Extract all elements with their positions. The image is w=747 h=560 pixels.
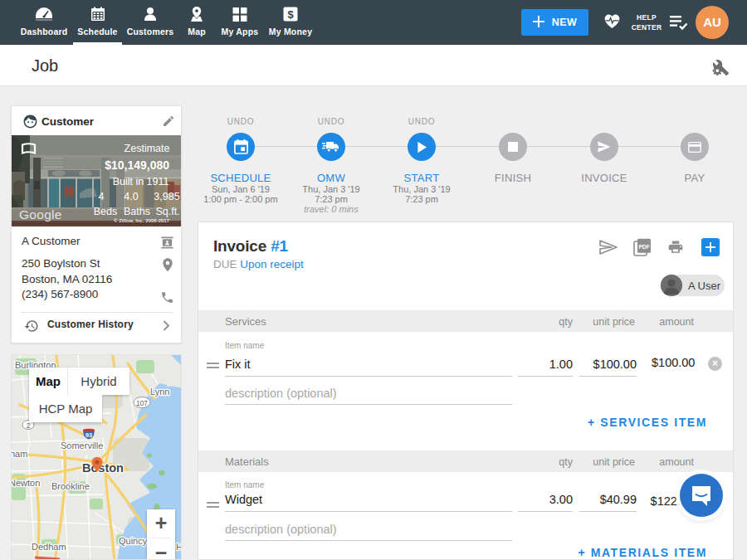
- svg-text:Hi: Hi: [176, 542, 182, 552]
- svg-text:107: 107: [136, 399, 148, 407]
- svg-text:93: 93: [85, 431, 92, 439]
- svg-text:Somerville: Somerville: [61, 441, 103, 450]
- svg-text:Brookline: Brookline: [51, 481, 90, 491]
- svg-text:Boston: Boston: [82, 461, 124, 475]
- svg-text:$: $: [287, 8, 294, 21]
- svg-text:PDF: PDF: [638, 244, 649, 250]
- svg-text:Dedham: Dedham: [32, 542, 66, 552]
- svg-text:ham: ham: [12, 449, 27, 459]
- svg-text:Lynn: Lynn: [150, 387, 169, 397]
- svg-text:Newton: Newton: [12, 478, 40, 488]
- svg-text:Quincy: Quincy: [119, 536, 148, 546]
- svg-text:2: 2: [27, 421, 31, 430]
